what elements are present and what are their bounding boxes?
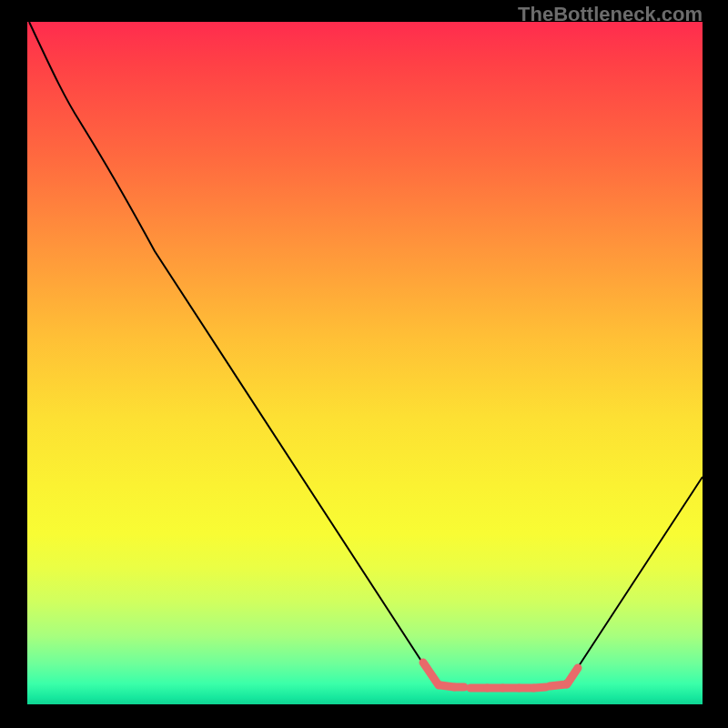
marker-segment: [534, 687, 546, 688]
marker-segment: [567, 668, 578, 684]
curve-series: [29, 22, 703, 689]
marker-segment: [423, 662, 439, 685]
chart-svg: [27, 22, 703, 704]
bottleneck-curve: [29, 22, 703, 689]
watermark-text: TheBottleneck.com: [518, 3, 703, 26]
chart-plot-area: [27, 22, 703, 704]
marker-band: [423, 662, 578, 688]
